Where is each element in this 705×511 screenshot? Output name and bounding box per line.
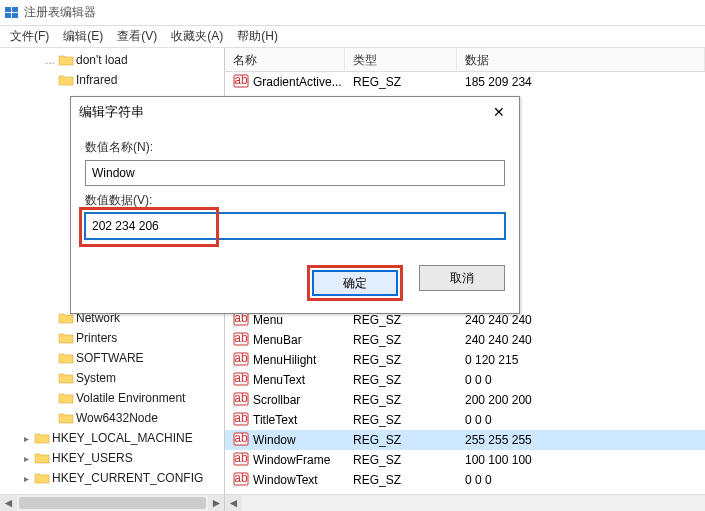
value-data-input[interactable] xyxy=(85,213,505,239)
string-icon: ab xyxy=(233,431,249,450)
tree-item[interactable]: System xyxy=(4,368,224,388)
table-row[interactable]: abMenuBarREG_SZ240 240 240 xyxy=(225,330,705,350)
folder-icon xyxy=(58,371,74,385)
table-row[interactable]: abGradientActive...REG_SZ185 209 234 xyxy=(225,72,705,92)
svg-rect-0 xyxy=(5,7,11,12)
row-name: MenuHilight xyxy=(253,353,316,367)
row-name: MenuBar xyxy=(253,333,302,347)
tree-item[interactable]: SOFTWARE xyxy=(4,348,224,368)
list-scrollbar[interactable]: ◄ xyxy=(225,494,705,511)
row-name: Menu xyxy=(253,313,283,327)
tree-item-label: don't load xyxy=(76,53,128,67)
scroll-left-icon[interactable]: ◄ xyxy=(225,495,242,512)
svg-text:ab: ab xyxy=(234,471,248,485)
tree-item-label: SOFTWARE xyxy=(76,351,144,365)
expander-icon[interactable]: ▸ xyxy=(20,433,32,444)
cancel-button[interactable]: 取消 xyxy=(419,265,505,291)
svg-text:ab: ab xyxy=(234,431,248,445)
menu-favorites[interactable]: 收藏夹(A) xyxy=(165,26,229,47)
row-data: 185 209 234 xyxy=(457,75,705,89)
row-name: WindowFrame xyxy=(253,453,330,467)
app-icon xyxy=(4,5,20,21)
table-row[interactable]: abTitleTextREG_SZ0 0 0 xyxy=(225,410,705,430)
svg-text:ab: ab xyxy=(234,331,248,345)
svg-text:ab: ab xyxy=(234,411,248,425)
tree-item[interactable]: ▸HKEY_USERS xyxy=(4,448,224,468)
table-row[interactable]: abWindowTextREG_SZ0 0 0 xyxy=(225,470,705,490)
row-type: REG_SZ xyxy=(345,393,457,407)
row-data: 255 255 255 xyxy=(457,433,705,447)
table-row[interactable]: abWindowFrameREG_SZ100 100 100 xyxy=(225,450,705,470)
tree-item-label: Printers xyxy=(76,331,117,345)
window-titlebar: 注册表编辑器 xyxy=(0,0,705,26)
list-header: 名称 类型 数据 xyxy=(225,48,705,72)
table-row[interactable]: abMenuHilightREG_SZ0 120 215 xyxy=(225,350,705,370)
folder-icon xyxy=(58,351,74,365)
row-name: Scrollbar xyxy=(253,393,300,407)
string-icon: ab xyxy=(233,73,249,92)
string-icon: ab xyxy=(233,391,249,410)
row-type: REG_SZ xyxy=(345,75,457,89)
row-data: 240 240 240 xyxy=(457,333,705,347)
folder-icon xyxy=(34,451,50,465)
svg-text:ab: ab xyxy=(234,73,248,87)
row-type: REG_SZ xyxy=(345,473,457,487)
scroll-left-icon[interactable]: ◄ xyxy=(0,495,17,512)
folder-icon xyxy=(58,53,74,67)
expander-icon[interactable]: ▸ xyxy=(20,453,32,464)
row-name: Window xyxy=(253,433,296,447)
row-data: 240 240 240 xyxy=(457,313,705,327)
menu-view[interactable]: 查看(V) xyxy=(111,26,163,47)
tree-item[interactable]: ▸HKEY_LOCAL_MACHINE xyxy=(4,428,224,448)
tree-item[interactable]: Printers xyxy=(4,328,224,348)
tree-item[interactable]: …don't load xyxy=(4,50,224,70)
col-data[interactable]: 数据 xyxy=(457,48,705,71)
folder-icon xyxy=(58,73,74,87)
folder-icon xyxy=(34,431,50,445)
dialog-title: 编辑字符串 xyxy=(79,103,144,121)
col-name[interactable]: 名称 xyxy=(225,48,345,71)
svg-text:ab: ab xyxy=(234,391,248,405)
scroll-right-icon[interactable]: ► xyxy=(208,495,225,512)
scroll-thumb[interactable] xyxy=(19,497,206,509)
string-icon: ab xyxy=(233,451,249,470)
svg-rect-2 xyxy=(5,13,11,18)
menubar: 文件(F) 编辑(E) 查看(V) 收藏夹(A) 帮助(H) xyxy=(0,26,705,48)
tree-item[interactable]: Wow6432Node xyxy=(4,408,224,428)
edit-string-dialog: 编辑字符串 ✕ 数值名称(N): 数值数据(V): 确定 取消 xyxy=(70,96,520,314)
menu-edit[interactable]: 编辑(E) xyxy=(57,26,109,47)
row-type: REG_SZ xyxy=(345,353,457,367)
table-row[interactable]: abMenuTextREG_SZ0 0 0 xyxy=(225,370,705,390)
svg-text:ab: ab xyxy=(234,451,248,465)
tree-item[interactable]: ▸HKEY_CURRENT_CONFIG xyxy=(4,468,224,488)
menu-file[interactable]: 文件(F) xyxy=(4,26,55,47)
tree-item[interactable]: Volatile Environment xyxy=(4,388,224,408)
folder-icon xyxy=(58,331,74,345)
row-data: 100 100 100 xyxy=(457,453,705,467)
table-row[interactable]: abScrollbarREG_SZ200 200 200 xyxy=(225,390,705,410)
string-icon: ab xyxy=(233,371,249,390)
value-name-label: 数值名称(N): xyxy=(85,139,505,156)
tree-item-label: HKEY_USERS xyxy=(52,451,133,465)
ok-button[interactable]: 确定 xyxy=(312,270,398,296)
folder-icon xyxy=(34,471,50,485)
tree-item-label: HKEY_CURRENT_CONFIG xyxy=(52,471,203,485)
value-name-input[interactable] xyxy=(85,160,505,186)
expander-icon[interactable]: ▸ xyxy=(20,473,32,484)
tree-scrollbar[interactable]: ◄ ► xyxy=(0,494,225,511)
tree-item[interactable]: Infrared xyxy=(4,70,224,90)
row-name: WindowText xyxy=(253,473,318,487)
row-type: REG_SZ xyxy=(345,313,457,327)
table-row[interactable]: abWindowREG_SZ255 255 255 xyxy=(225,430,705,450)
svg-text:ab: ab xyxy=(234,371,248,385)
string-icon: ab xyxy=(233,471,249,490)
row-data: 200 200 200 xyxy=(457,393,705,407)
menu-help[interactable]: 帮助(H) xyxy=(231,26,284,47)
col-type[interactable]: 类型 xyxy=(345,48,457,71)
close-icon[interactable]: ✕ xyxy=(487,100,511,124)
row-type: REG_SZ xyxy=(345,373,457,387)
tree-item-label: Infrared xyxy=(76,73,117,87)
row-name: MenuText xyxy=(253,373,305,387)
value-data-label: 数值数据(V): xyxy=(85,192,505,209)
expander-icon[interactable]: … xyxy=(44,55,56,66)
